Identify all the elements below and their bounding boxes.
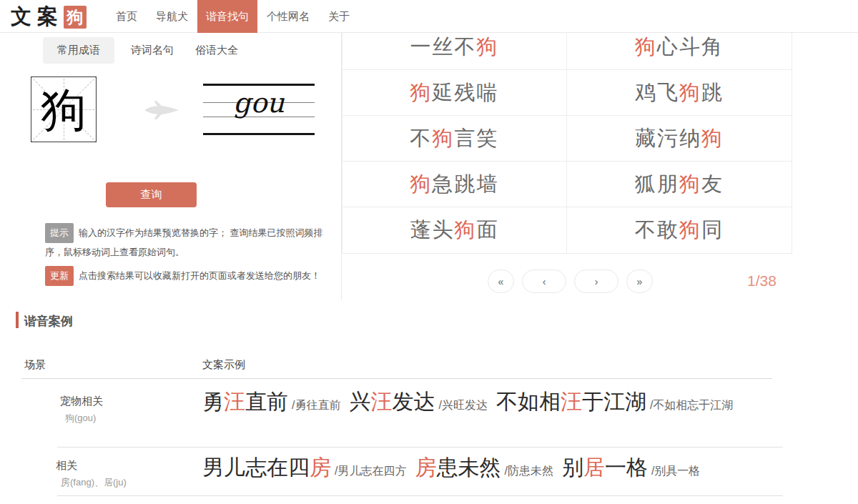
original-text: /男儿志在四方 (335, 465, 406, 477)
brand-dog-badge: 狗 (64, 6, 87, 29)
idiom-cell[interactable]: 藏污纳狗 (567, 116, 792, 162)
column-header-scene: 场景 (24, 358, 46, 372)
scene-label: 宠物相关 (60, 395, 103, 408)
original-text: /别具一格 (651, 465, 700, 477)
pun-text[interactable]: 不如相汪于江湖 (496, 390, 646, 413)
results-grid: 一丝不狗狗心斗角狗延残喘鸡飞狗跳不狗言笑藏污纳狗狗急跳墙狐朋狗友蓬头狗面不敢狗同 (342, 24, 792, 254)
tab-诗词名句[interactable]: 诗词名句 (126, 37, 179, 64)
idiom-cell[interactable]: 蓬头狗面 (342, 207, 567, 253)
idiom-cell[interactable]: 不敢狗同 (567, 207, 792, 253)
original-text: /不如相忘于江湖 (650, 399, 733, 411)
section-accent-bar (16, 312, 19, 328)
pinyin-text: gou (203, 87, 315, 119)
search-button[interactable]: 查询 (106, 182, 197, 207)
pinyin-staff: gou (203, 84, 315, 135)
first-page-button[interactable]: « (488, 270, 514, 293)
update-note: 更新点击搜索结果可以收藏新打开的页面或者发送给您的朋友！ (45, 266, 334, 286)
idiom-cell[interactable]: 不狗言笑 (342, 116, 567, 162)
nav-item-个性网名[interactable]: 个性网名 (257, 0, 319, 33)
scene-sublabel: 房(fang)、居(ju) (61, 476, 127, 489)
table-header-divider (21, 378, 772, 379)
pun-text[interactable]: 兴汪发达 (349, 390, 435, 413)
character-input-box[interactable]: 狗 (31, 76, 97, 142)
section-title: 谐音案例 (24, 313, 73, 330)
next-page-button[interactable]: › (574, 270, 618, 293)
idiom-cell[interactable]: 狗急跳墙 (342, 162, 567, 207)
idiom-cell[interactable]: 鸡飞狗跳 (567, 70, 792, 116)
scene-label: 相关 (56, 459, 77, 473)
original-text: /勇往直前 (292, 399, 340, 411)
category-tabs: 常用成语诗词名句俗语大全 (43, 37, 243, 64)
brand-logo[interactable]: 文案 狗 (11, 3, 87, 31)
nav-item-首页[interactable]: 首页 (107, 0, 147, 33)
nav-item-导航犬[interactable]: 导航犬 (147, 0, 197, 33)
row-divider (57, 447, 783, 448)
nav-item-关于[interactable]: 关于 (319, 0, 359, 33)
update-badge: 更新 (45, 266, 74, 286)
row-divider (57, 495, 783, 496)
nav-menu: 首页导航犬谐音找句个性网名关于 (107, 0, 359, 33)
pun-text[interactable]: 别居一格 (562, 455, 648, 479)
input-character: 狗 (31, 77, 96, 142)
staff-line (203, 84, 315, 86)
example-row-content: 勇汪直前/勇往直前兴汪发达/兴旺发达不如相汪于江湖/不如相忘于江湖 (202, 389, 761, 418)
tip-badge: 提示 (45, 223, 74, 243)
idiom-cell[interactable]: 狗延残喘 (342, 70, 567, 116)
update-text: 点击搜索结果可以收藏新打开的页面或者发送给您的朋友！ (79, 270, 320, 281)
nav-item-谐音找句[interactable]: 谐音找句 (197, 0, 257, 33)
navbar: 文案 狗 首页导航犬谐音找句个性网名关于 (0, 0, 858, 33)
pun-text[interactable]: 房患未然 (415, 455, 500, 479)
column-header-examples: 文案示例 (202, 358, 245, 372)
tip-note: 提示输入的汉字作为结果预览替换的字； 查询结果已按照词频排序，鼠标移动词上查看原… (45, 223, 334, 262)
scene-sublabel: 狗(gou) (65, 412, 96, 425)
staff-line (203, 133, 315, 135)
original-text: /防患未然 (504, 465, 553, 477)
tip-text: 输入的汉字作为结果预览替换的字； 查询结果已按照词频排序，鼠标移动词上查看原始词… (45, 227, 323, 257)
pun-text[interactable]: 勇汪直前 (202, 390, 288, 413)
idiom-cell[interactable]: 狐朋狗友 (567, 162, 792, 207)
prev-page-button[interactable]: ‹ (522, 270, 566, 293)
pun-text[interactable]: 男儿志在四房 (202, 455, 331, 479)
example-row-content: 男儿志在四房/男儿志在四方房患未然/防患未然别居一格/别具一格 (202, 455, 774, 484)
tab-俗语大全[interactable]: 俗语大全 (190, 37, 243, 64)
brand-text: 文案 (11, 3, 64, 31)
tab-常用成语[interactable]: 常用成语 (43, 37, 114, 64)
original-text: /兴旺发达 (438, 399, 487, 411)
pagination: «‹›» (488, 270, 653, 293)
plane-arrow-icon (143, 99, 180, 124)
page-indicator: 1/38 (747, 272, 776, 290)
last-page-button[interactable]: » (626, 270, 653, 293)
